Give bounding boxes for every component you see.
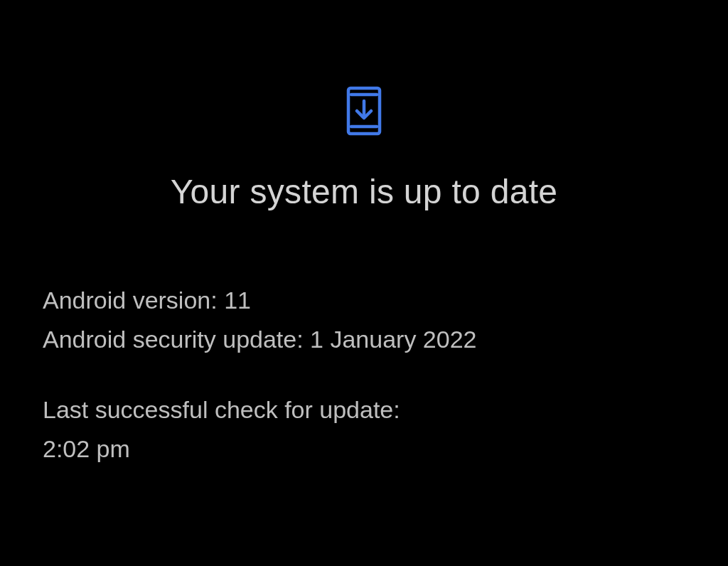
spacer xyxy=(43,361,685,392)
last-check-label-row: Last successful check for update: xyxy=(43,392,685,428)
update-details: Android version: 11 Android security upd… xyxy=(43,282,685,470)
security-update-row: Android security update: 1 January 2022 xyxy=(43,321,685,358)
phone-download-icon xyxy=(344,85,384,137)
android-version-row: Android version: 11 xyxy=(43,282,685,319)
page-title: Your system is up to date xyxy=(43,172,685,211)
last-check-label: Last successful check for update: xyxy=(43,396,400,423)
android-version-label: Android version: xyxy=(43,287,224,314)
icon-container xyxy=(43,85,685,137)
last-check-value-row: 2:02 pm xyxy=(43,431,685,467)
last-check-value: 2:02 pm xyxy=(43,435,130,462)
security-update-value: 1 January 2022 xyxy=(310,326,476,353)
android-version-value: 11 xyxy=(224,287,251,314)
security-update-label: Android security update: xyxy=(43,326,310,353)
system-update-screen: Your system is up to date Android versio… xyxy=(0,0,728,566)
